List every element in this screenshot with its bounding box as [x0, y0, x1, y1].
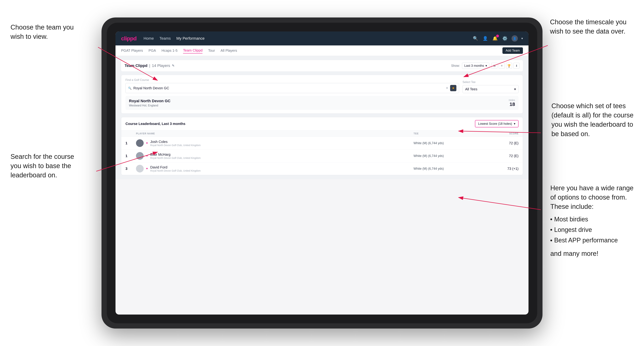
player-rank-3: 3 — [126, 167, 136, 171]
score-type-dropdown[interactable]: Lowest Score (18 holes) ▾ — [475, 120, 518, 127]
col-header-rank — [126, 132, 136, 135]
course-result-name: Royal North Devon GC — [129, 99, 170, 103]
annotation-middle-right-line2: (default is all) for the course — [552, 112, 634, 119]
player-tee-2: White (M) (6,744 yds) — [414, 154, 484, 158]
course-result-item[interactable]: Royal North Devon GC Westward Hol, Engla… — [126, 96, 518, 110]
edit-team-icon[interactable]: ✎ — [172, 64, 174, 68]
annotation-top-left-line2: wish to view. — [10, 33, 48, 40]
score-dropdown-chevron-icon: ▾ — [514, 122, 516, 126]
user-avatar[interactable]: 👤 — [512, 35, 518, 42]
subnav-pga[interactable]: PGA — [148, 48, 156, 53]
player-count: | — [149, 63, 150, 68]
subnav-tour[interactable]: Tour — [208, 48, 215, 53]
player-tee-3: White (M) (6,744 yds) — [414, 167, 484, 171]
leaderboard-title-text: Course Leaderboard, — [126, 122, 161, 126]
bullet-1: Most birdies — [554, 215, 588, 224]
select-tee-label: Select Tee — [462, 81, 518, 84]
annotation-middle-right: Choose which set of tees (default is all… — [552, 101, 634, 139]
app-logo: clippd — [121, 35, 136, 42]
annotation-bottom-left: Search for the course you wish to base t… — [10, 152, 74, 180]
annotation-middle-right-line4: be based on. — [552, 130, 590, 138]
add-team-button[interactable]: Add Team — [502, 47, 523, 54]
clear-search-icon[interactable]: ✕ — [446, 86, 448, 90]
table-row[interactable]: 1 ♥ Blair McHarg Royal North Devon Golf … — [121, 149, 523, 162]
annotation-bottom-left-line2: you wish to base the — [10, 162, 71, 170]
course-search-input[interactable] — [133, 86, 444, 90]
show-controls: Show: Last 3 months ▾ ⊞ ≡ 🏆 ⬇ — [451, 63, 520, 69]
time-period-dropdown[interactable]: Last 3 months ▾ — [462, 63, 489, 69]
and-more-text: and many more! — [550, 249, 634, 258]
annotation-bottom-right-line3: These include: — [550, 203, 594, 210]
table-row[interactable]: 1 ♥ Josh Coles Royal North Devon Golf Cl… — [121, 137, 523, 149]
nav-home[interactable]: Home — [144, 36, 154, 41]
annotation-top-left-line1: Choose the team you — [10, 23, 74, 31]
favorite-heart-icon-1[interactable]: ♥ — [146, 142, 148, 145]
settings-icon[interactable]: ⚙️ — [502, 35, 508, 42]
team-title: Team Clippd | 14 Players ✎ — [124, 63, 174, 68]
player-rank-2: 1 — [126, 154, 136, 158]
favorite-heart-icon-2[interactable]: ♥ — [146, 154, 148, 158]
bullet-3: Best APP performance — [554, 236, 618, 245]
nav-teams[interactable]: Teams — [160, 36, 171, 41]
search-row: Find a Golf Course 🔍 ✕ ★ Select Tee — [126, 78, 518, 93]
player-score-3: 73 (+1) — [484, 167, 518, 171]
player-details-2: Blair McHarg Royal North Devon Golf Club… — [150, 153, 201, 159]
favorite-star-button[interactable]: ★ — [450, 85, 456, 91]
nav-my-performance[interactable]: My Performance — [176, 36, 204, 41]
player-name-2: Blair McHarg — [150, 153, 201, 157]
grid-view-button[interactable]: ⊞ — [492, 63, 497, 69]
annotation-top-right-line1: Choose the timescale you — [550, 18, 626, 26]
annotation-bottom-left-line3: leaderboard on. — [10, 172, 57, 179]
leaderboard-title-period: Last 3 months — [162, 122, 186, 126]
player-tee-1: White (M) (6,744 yds) — [414, 141, 484, 145]
favorite-heart-icon-3[interactable]: ♥ — [146, 167, 148, 170]
leaderboard-header: Course Leaderboard, Last 3 months Lowest… — [121, 117, 523, 130]
player-avatar-2 — [136, 152, 144, 160]
player-info-1: ♥ Josh Coles Royal North Devon Golf Club… — [136, 139, 414, 147]
avatar-chevron[interactable]: ▾ — [521, 36, 523, 40]
player-count-value: 14 Players — [152, 63, 170, 68]
leaderboard-section: Course Leaderboard, Last 3 months Lowest… — [121, 117, 523, 175]
player-name-3: David Ford — [150, 165, 201, 169]
time-period-value: Last 3 months — [464, 64, 484, 68]
holes-label: Holes — [509, 99, 515, 102]
search-input-wrapper: 🔍 ✕ ★ — [126, 83, 459, 93]
tee-chevron-icon: ▾ — [514, 87, 516, 91]
person-icon[interactable]: 👤 — [482, 35, 488, 42]
bullet-2: Longest drive — [554, 225, 592, 234]
tee-dropdown[interactable]: All Tees ▾ — [462, 85, 518, 93]
bell-icon[interactable]: 🔔 — [492, 35, 498, 42]
course-search-section: Find a Golf Course 🔍 ✕ ★ Select Tee — [121, 75, 523, 114]
nav-links: Home Teams My Performance — [144, 36, 465, 41]
main-content: Team Clippd | 14 Players ✎ Show: Last 3 … — [116, 56, 528, 179]
tablet-device: clippd Home Teams My Performance 🔍 👤 🔔 — [102, 17, 542, 329]
subnav-all-players[interactable]: All Players — [220, 48, 237, 53]
subnav-pgat[interactable]: PGAT Players — [121, 48, 143, 53]
player-score-1: 72 (E) — [484, 141, 518, 145]
annotation-bottom-left-line1: Search for the course — [10, 153, 74, 160]
player-avatar-3 — [136, 165, 144, 173]
dropdown-chevron-icon: ▾ — [486, 64, 487, 68]
player-club-2: Royal North Devon Golf Club, United King… — [150, 157, 201, 159]
table-header-row: PLAYER NAME TEE SCORE — [121, 130, 523, 137]
download-button[interactable]: ⬇ — [514, 63, 520, 69]
subnav-team-clippd[interactable]: Team Clippd — [183, 48, 202, 53]
leaderboard-title: Course Leaderboard, Last 3 months — [126, 122, 185, 126]
nav-icon-group: 🔍 👤 🔔 ⚙️ 👤 ▾ — [472, 35, 523, 42]
show-label: Show: — [451, 64, 460, 68]
list-view-button[interactable]: ≡ — [499, 63, 505, 69]
player-info-3: ♥ David Ford Royal North Devon Golf Club… — [136, 165, 414, 173]
navigation-bar: clippd Home Teams My Performance 🔍 👤 🔔 — [116, 31, 528, 45]
player-club-3: Royal North Devon Golf Club, United King… — [150, 169, 201, 172]
trophy-view-button[interactable]: 🏆 — [506, 63, 512, 69]
search-icon[interactable]: 🔍 — [472, 35, 478, 42]
table-row[interactable]: 3 ♥ David Ford Royal North Devon Golf Cl… — [121, 162, 523, 175]
subnav-hcaps[interactable]: Hcaps 1-5 — [162, 48, 178, 53]
player-name-1: Josh Coles — [150, 140, 201, 144]
player-details-3: David Ford Royal North Devon Golf Club, … — [150, 165, 201, 172]
player-details-1: Josh Coles Royal North Devon Golf Club, … — [150, 140, 201, 147]
annotation-bottom-right-line1: Here you have a wide range — [550, 184, 634, 192]
player-rank-1: 1 — [126, 141, 136, 145]
search-magnifier-icon: 🔍 — [128, 86, 132, 90]
find-course-label: Find a Golf Course — [126, 78, 459, 82]
